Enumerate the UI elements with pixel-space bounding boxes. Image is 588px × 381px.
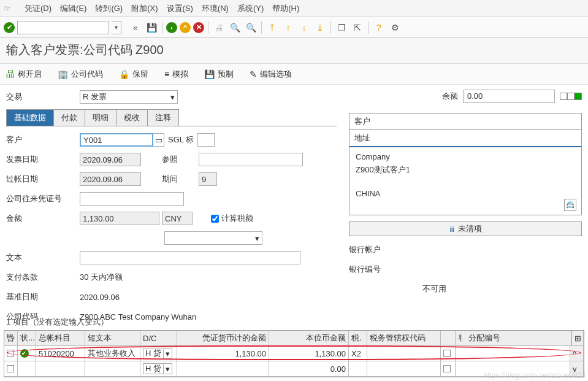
menu-doc[interactable]: 凭证(D) [25,3,52,14]
col-dc: D/C [140,331,177,346]
next-page-icon[interactable]: ↓ [297,21,311,34]
baseline-label: 基准日期 [6,291,80,302]
amount-loc-cell[interactable]: 1,130.00 [269,346,349,361]
new-session-icon[interactable]: ❐ [335,21,348,34]
command-field[interactable] [17,21,109,34]
enter-icon[interactable] [4,22,15,33]
find-next-icon[interactable]: 🔍 [244,21,258,34]
tab-details[interactable]: 明细 [85,109,116,126]
display-address-icon[interactable]: 📇 [564,199,576,211]
line-items-grid: 昬 状... 总帐科目 短文本 D/C 凭证货币计的金额 本位币金额 税. 税务… [4,330,584,377]
menu-extra[interactable]: 附加(X) [131,3,158,14]
chevron-down-icon: ▾ [170,93,175,102]
grid-row[interactable]: 51020200 其他业务收入 H 贷▾ 1,130.00 1,130.00 X… [4,346,584,361]
tab-basic[interactable]: 基础数据 [6,109,54,126]
menu-env[interactable]: 环境(N) [202,3,229,14]
back-icon[interactable]: ‹ [166,22,177,33]
grid-config-icon[interactable]: ⊞ [571,331,584,346]
not-available-text: 不可用 [422,283,446,294]
command-dropdown[interactable] [112,21,121,34]
page-title: 输入客户发票:公司代码 Z900 [0,38,588,64]
row-select-checkbox[interactable] [7,365,14,372]
menu-bar: ☞ 凭证(D) 编辑(E) 转到(G) 附加(X) 设置(S) 环境(N) 系统… [0,0,588,17]
amount-label[interactable]: 金额 [6,213,80,224]
find-icon[interactable]: 🔍 [228,21,242,34]
customer-search-icon[interactable]: ▭ [153,133,164,147]
row-flag-checkbox[interactable] [443,350,451,357]
customer-country: CHINA [356,188,575,201]
posting-date-input[interactable]: 2020.09.06 [80,172,141,186]
col-short: 短文本 [85,331,140,346]
menu-settings[interactable]: 设置(S) [167,3,193,14]
tax-cell[interactable]: X2 [349,346,367,361]
tree-on-button[interactable]: 品树开启 [6,69,42,80]
gl-cell[interactable] [36,361,85,377]
share-icon[interactable]: ☞ [4,4,11,13]
back-double-icon[interactable]: « [129,21,142,34]
customer-label[interactable]: 客户 [6,134,80,145]
first-page-icon[interactable]: ⤒ [265,21,279,34]
save-icon[interactable]: 💾 [145,21,158,34]
exit-icon[interactable]: ^ [180,22,191,33]
tab-payment[interactable]: 付款 [53,109,85,126]
tab-strip: 基础数据 付款 明细 税收 注释 [6,109,337,126]
dc-select[interactable]: H 贷▾ [143,348,172,359]
col-check [441,331,456,346]
invoice-date-label[interactable]: 发票日期 [6,154,80,165]
items-caption: 1 项目（没有选定输入变式） [4,314,584,330]
col-amt-doc: 凭证货币计的金额 [177,331,269,346]
customize-icon[interactable]: ⚙ [388,21,402,34]
customer-input[interactable]: Y001 [80,133,153,147]
dc-select[interactable]: H 贷▾ [143,363,172,374]
posting-date-label: 过帐日期 [6,174,80,185]
menu-edit[interactable]: 编辑(E) [60,3,86,14]
tab-notes[interactable]: 注释 [147,109,179,126]
cross-cc-input[interactable] [80,192,184,206]
customer-line2: Z900测试客户1 [356,164,575,177]
menu-help[interactable]: 帮助(H) [272,3,299,14]
park-button[interactable]: 💾预制 [204,69,234,80]
currency-input[interactable]: CNY [162,212,193,225]
col-select[interactable]: 昬 [4,331,18,346]
amount-loc-cell[interactable]: 0.00 [269,361,349,377]
shortcut-icon[interactable]: ⇱ [351,21,364,34]
hold-button[interactable]: 🔒保留 [119,69,148,80]
system-toolbar: « 💾 ‹ ^ ✕ 🖨 🔍 🔍 ⤒ ↑ ↓ ⤓ ❐ ⇱ ? ⚙ [0,17,588,38]
tab-tax[interactable]: 税收 [116,109,148,126]
invoice-date-input[interactable]: 2020.09.06 [80,153,141,166]
sgl-label: SGL 标 [168,134,194,145]
company-code-button[interactable]: 🏢公司代码 [58,69,103,80]
amount-doc-cell[interactable]: 1,130.00 [177,346,269,361]
print-icon[interactable]: 🖨 [212,21,226,34]
customer-panel-title: 客户 [349,114,581,129]
payterm-value: 30 天内净额 [80,272,123,283]
menu-goto[interactable]: 转到(G) [95,3,123,14]
cancel-icon[interactable]: ✕ [193,22,204,33]
cross-cc-label: 公司往来凭证号 [6,193,80,204]
menu-system[interactable]: 系统(Y) [237,3,264,14]
col-status: 状... [18,331,36,346]
simulate-button[interactable]: ≡模拟 [164,69,188,80]
prev-page-icon[interactable]: ↑ [281,21,295,34]
transaction-select[interactable]: R 发票▾ [80,90,178,104]
help-icon[interactable]: ? [372,21,386,34]
last-page-icon[interactable]: ⤓ [313,21,327,34]
row-select-checkbox[interactable] [7,350,14,357]
tax-code-select[interactable]: ▾ [164,231,262,245]
assignment-cell[interactable] [456,346,570,361]
reference-input[interactable] [199,153,303,166]
park-icon: 💾 [204,69,215,79]
address-tab[interactable]: 地址 [349,129,581,147]
period-input[interactable]: 9 [199,172,217,186]
text-input[interactable] [80,251,300,264]
jurisdiction-cell[interactable] [367,346,441,361]
sgl-input[interactable] [197,133,215,147]
watermark: https://blog.csdn.net/stone0823 [483,371,586,380]
amount-input[interactable]: 1,130.00 [80,212,159,225]
open-items-button[interactable]: ⅲ 未清项 [349,221,582,236]
gl-cell[interactable]: 51020200 [36,346,85,361]
row-flag-checkbox[interactable] [443,365,451,372]
edit-options-button[interactable]: ✎编辑选项 [250,69,292,80]
calculate-tax-checkbox[interactable] [211,215,219,223]
scroll-up-icon[interactable]: ^ [570,346,584,361]
